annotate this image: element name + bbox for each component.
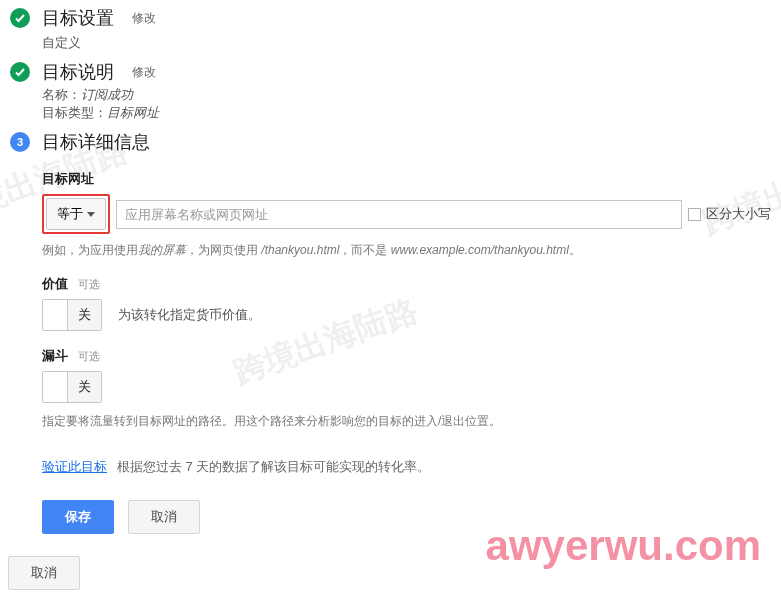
step-goal-desc: 目标说明 修改 名称：订阅成功 目标类型：目标网址 bbox=[10, 60, 771, 122]
step-number-badge: 3 bbox=[10, 132, 30, 152]
case-sensitive-checkbox[interactable]: 区分大小写 bbox=[688, 205, 771, 223]
step-setup-sub: 自定义 bbox=[42, 34, 771, 52]
funnel-desc: 指定要将流量转到目标网址的路径。用这个路径来分析影响您的目标的进入/退出位置。 bbox=[42, 413, 771, 430]
section-destination: 目标网址 等于 区分大小写 例如，为应用使用我的屏幕，为 bbox=[42, 170, 771, 259]
save-button[interactable]: 保存 bbox=[42, 500, 114, 534]
checkbox-icon bbox=[688, 208, 701, 221]
step-desc-title: 目标说明 bbox=[42, 60, 114, 84]
highlight-box: 等于 bbox=[42, 194, 110, 234]
verify-desc: 根据您过去 7 天的数据了解该目标可能实现的转化率。 bbox=[117, 458, 430, 476]
step-goal-detail: 3 目标详细信息 目标网址 等于 bbox=[10, 130, 771, 534]
cancel-outer-button[interactable]: 取消 bbox=[8, 556, 80, 590]
section-value: 价值 可选 关 为该转化指定货币价值。 bbox=[42, 275, 771, 331]
step-setup-edit[interactable]: 修改 bbox=[132, 10, 156, 27]
destination-hint: 例如，为应用使用我的屏幕，为网页使用 /thankyou.html，而不是 ww… bbox=[42, 242, 771, 259]
verify-row: 验证此目标 根据您过去 7 天的数据了解该目标可能实现的转化率。 bbox=[42, 458, 771, 476]
step-desc-type: 目标类型：目标网址 bbox=[42, 104, 771, 122]
toggle-on[interactable] bbox=[43, 300, 67, 330]
checkmark-icon bbox=[10, 62, 30, 82]
step-goal-setup: 目标设置 修改 自定义 bbox=[10, 6, 771, 52]
value-optional: 可选 bbox=[78, 278, 100, 290]
step-desc-edit[interactable]: 修改 bbox=[132, 64, 156, 81]
value-toggle[interactable]: 关 bbox=[42, 299, 102, 331]
destination-input[interactable] bbox=[116, 200, 682, 229]
funnel-optional: 可选 bbox=[78, 350, 100, 362]
section-funnel: 漏斗 可选 关 指定要将流量转到目标网址的路径。用这个路径来分析影响您的目标的进… bbox=[42, 347, 771, 430]
step-setup-title: 目标设置 bbox=[42, 6, 114, 30]
toggle-on[interactable] bbox=[43, 372, 67, 402]
value-desc: 为该转化指定货币价值。 bbox=[118, 306, 261, 324]
value-label: 价值 bbox=[42, 276, 68, 291]
destination-label: 目标网址 bbox=[42, 170, 771, 188]
step-detail-title: 目标详细信息 bbox=[42, 130, 150, 154]
chevron-down-icon bbox=[87, 212, 95, 217]
checkmark-icon bbox=[10, 8, 30, 28]
funnel-toggle[interactable]: 关 bbox=[42, 371, 102, 403]
cancel-button[interactable]: 取消 bbox=[128, 500, 200, 534]
verify-link[interactable]: 验证此目标 bbox=[42, 458, 107, 476]
toggle-off[interactable]: 关 bbox=[67, 372, 101, 402]
funnel-label: 漏斗 bbox=[42, 348, 68, 363]
match-mode-select[interactable]: 等于 bbox=[46, 198, 106, 230]
step-desc-name: 名称：订阅成功 bbox=[42, 86, 771, 104]
toggle-off[interactable]: 关 bbox=[67, 300, 101, 330]
